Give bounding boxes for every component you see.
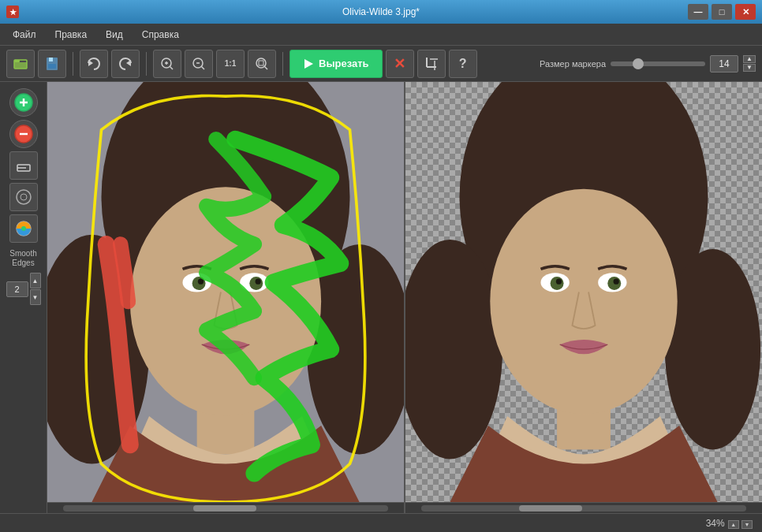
toolbar-separator-2 — [146, 52, 147, 76]
toolbar-separator-1 — [73, 52, 73, 76]
original-canvas[interactable] — [47, 82, 404, 502]
result-scrollbar-thumb[interactable] — [519, 505, 582, 512]
remove-icon — [14, 125, 33, 143]
color-icon — [15, 220, 32, 237]
result-scrollbar-track — [421, 505, 746, 512]
svg-line-16 — [265, 66, 268, 69]
svg-point-55 — [614, 279, 619, 285]
titlebar: ★ Olivia-Wilde 3.jpg* — □ ✕ — [0, 0, 762, 24]
smooth-edges-up[interactable]: ▲ — [30, 273, 41, 288]
zoom-100-button[interactable]: 1:1 — [216, 50, 245, 78]
svg-rect-17 — [259, 61, 263, 65]
marker-size-up[interactable]: ▲ — [743, 55, 756, 63]
svg-marker-7 — [126, 60, 131, 66]
circle-brush-tool[interactable] — [9, 183, 38, 211]
cancel-button[interactable]: ✕ — [386, 50, 414, 78]
original-scrollbar-thumb[interactable] — [193, 505, 256, 512]
smooth-edges-arrows: ▲ ▼ — [30, 273, 41, 305]
menu-view[interactable]: Вид — [96, 26, 133, 43]
circle-icon — [15, 188, 32, 206]
smooth-edges-down[interactable]: ▼ — [30, 289, 41, 305]
menu-file[interactable]: Файл — [3, 26, 46, 43]
marker-size-area: Размер маркера ▲ ▼ — [540, 55, 756, 73]
eraser-tool[interactable] — [9, 151, 38, 180]
open-icon — [13, 56, 28, 72]
open-button[interactable] — [6, 50, 35, 78]
redo-button[interactable] — [111, 50, 140, 78]
color-tool[interactable] — [9, 214, 38, 243]
marker-size-slider[interactable] — [611, 61, 705, 66]
main-area: Smooth Edges ▲ ▼ — [0, 82, 762, 513]
result-image-svg — [405, 82, 762, 502]
marker-size-down[interactable]: ▼ — [743, 64, 756, 72]
close-button[interactable]: ✕ — [735, 4, 756, 20]
run-cutout-button[interactable]: Вырезать — [289, 50, 383, 78]
original-scrollbar-track — [63, 505, 388, 512]
toolbar-separator-3 — [282, 52, 283, 76]
minimize-button[interactable]: — — [688, 4, 708, 20]
statusbar: 34% ▲ ▼ — [0, 513, 762, 532]
app-icon: ★ — [6, 6, 19, 18]
toolbar: 1:1 Вырезать ✕ ? Размер маркера ▲ ▼ — [0, 46, 762, 82]
svg-rect-4 — [49, 58, 53, 61]
add-icon — [14, 93, 33, 112]
zoom-arrows: ▲ ▼ — [728, 518, 753, 529]
menu-edit[interactable]: Правка — [46, 26, 97, 43]
save-icon — [44, 56, 60, 72]
redo-icon — [118, 57, 133, 71]
svg-point-15 — [256, 58, 266, 68]
smooth-edges-control: ▲ ▼ — [6, 273, 41, 305]
zoom-out-icon — [191, 56, 207, 72]
add-foreground-tool[interactable] — [9, 88, 38, 117]
svg-line-14 — [202, 66, 205, 69]
svg-point-32 — [21, 226, 26, 231]
help-button[interactable]: ? — [449, 50, 477, 78]
undo-icon — [86, 57, 102, 71]
image-panels — [47, 82, 762, 513]
result-panel-scrollbar[interactable] — [405, 502, 762, 513]
save-button[interactable] — [38, 50, 66, 78]
marker-size-arrows: ▲ ▼ — [743, 55, 756, 72]
original-panel-scrollbar[interactable] — [47, 502, 404, 513]
crop-icon — [424, 56, 439, 72]
result-canvas[interactable] — [405, 82, 762, 502]
undo-button[interactable] — [80, 50, 108, 78]
zoom-down-btn[interactable]: ▼ — [741, 520, 753, 529]
svg-point-49 — [490, 189, 677, 415]
window-title: Olivia-Wilde 3.jpg* — [342, 6, 420, 17]
svg-point-44 — [256, 279, 261, 285]
smooth-edges-label: Smooth Edges — [0, 249, 47, 268]
zoom-fit-button[interactable] — [248, 50, 276, 78]
remove-background-tool[interactable] — [9, 120, 38, 148]
zoom-out-button[interactable] — [185, 50, 213, 78]
zoom-in-button[interactable] — [153, 50, 181, 78]
zoom-level: 34% — [706, 518, 725, 529]
svg-line-11 — [170, 66, 174, 69]
play-icon — [303, 58, 314, 69]
smooth-edges-input[interactable] — [6, 281, 28, 297]
crop-button[interactable] — [417, 50, 446, 78]
zoom-in-icon — [159, 56, 175, 72]
tools-panel: Smooth Edges ▲ ▼ — [0, 82, 47, 513]
svg-point-54 — [556, 279, 562, 285]
original-panel — [47, 82, 404, 513]
run-label: Вырезать — [319, 58, 369, 69]
original-image-svg — [47, 82, 404, 502]
menubar: Файл Правка Вид Справка — [0, 24, 762, 46]
maximize-button[interactable]: □ — [712, 4, 732, 20]
marker-size-input[interactable] — [710, 55, 738, 73]
eraser-icon — [15, 157, 32, 174]
svg-rect-5 — [48, 64, 56, 69]
svg-point-30 — [21, 194, 27, 200]
menu-help[interactable]: Справка — [133, 26, 189, 43]
svg-marker-18 — [304, 59, 313, 69]
zoom-up-btn[interactable]: ▲ — [728, 520, 739, 529]
window-controls: — □ ✕ — [688, 4, 756, 20]
result-panel — [404, 82, 762, 513]
zoom-fit-icon — [254, 56, 270, 72]
svg-marker-6 — [88, 60, 93, 66]
svg-point-29 — [17, 190, 31, 204]
svg-point-47 — [665, 249, 760, 449]
marker-size-label: Размер маркера — [540, 59, 606, 69]
